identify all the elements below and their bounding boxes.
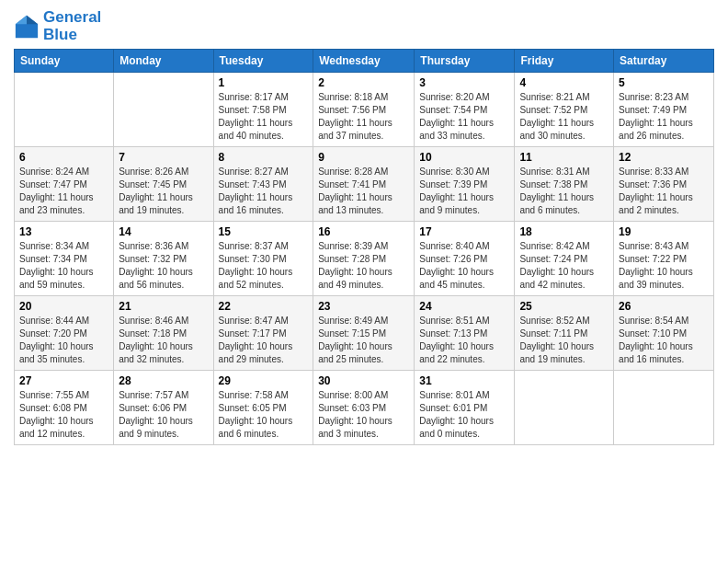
day-number: 13	[19, 225, 108, 238]
calendar-cell: 14Sunrise: 8:36 AMSunset: 7:32 PMDayligh…	[114, 222, 213, 296]
day-number: 6	[19, 151, 108, 164]
day-info: Sunrise: 8:43 AMSunset: 7:22 PMDaylight:…	[619, 240, 709, 292]
day-info: Sunrise: 8:49 AMSunset: 7:15 PMDaylight:…	[318, 315, 409, 366]
calendar-cell: 23Sunrise: 8:49 AMSunset: 7:15 PMDayligh…	[313, 296, 415, 371]
week-row-5: 27Sunrise: 7:55 AMSunset: 6:08 PMDayligh…	[15, 371, 714, 445]
day-number: 27	[19, 374, 108, 387]
day-number: 18	[519, 225, 609, 238]
day-number: 17	[419, 225, 509, 238]
day-number: 23	[318, 300, 409, 313]
calendar-cell: 8Sunrise: 8:27 AMSunset: 7:43 PMDaylight…	[213, 147, 313, 222]
week-row-4: 20Sunrise: 8:44 AMSunset: 7:20 PMDayligh…	[15, 296, 714, 371]
calendar-cell: 31Sunrise: 8:01 AMSunset: 6:01 PMDayligh…	[415, 371, 515, 445]
calendar-cell: 17Sunrise: 8:40 AMSunset: 7:26 PMDayligh…	[415, 222, 515, 296]
calendar-cell: 4Sunrise: 8:21 AMSunset: 7:52 PMDaylight…	[515, 73, 614, 147]
svg-marker-1	[27, 16, 38, 24]
calendar-cell: 16Sunrise: 8:39 AMSunset: 7:28 PMDayligh…	[313, 222, 415, 296]
day-info: Sunrise: 8:34 AMSunset: 7:34 PMDaylight:…	[19, 240, 108, 292]
day-number: 20	[19, 300, 108, 313]
calendar-cell: 13Sunrise: 8:34 AMSunset: 7:34 PMDayligh…	[15, 222, 114, 296]
day-number: 30	[318, 374, 409, 387]
day-info: Sunrise: 8:21 AMSunset: 7:52 PMDaylight:…	[519, 91, 609, 143]
day-info: Sunrise: 8:52 AMSunset: 7:11 PMDaylight:…	[519, 315, 609, 366]
calendar-cell	[515, 371, 614, 445]
day-number: 24	[419, 300, 509, 313]
week-row-1: 1Sunrise: 8:17 AMSunset: 7:58 PMDaylight…	[15, 73, 714, 147]
weekday-header-sunday: Sunday	[15, 50, 114, 73]
weekday-header-saturday: Saturday	[614, 50, 714, 73]
weekday-header-tuesday: Tuesday	[213, 50, 313, 73]
calendar-cell: 9Sunrise: 8:28 AMSunset: 7:41 PMDaylight…	[313, 147, 415, 222]
logo-text: General Blue	[43, 9, 101, 43]
day-number: 29	[219, 374, 309, 387]
day-number: 16	[318, 225, 409, 238]
logo-icon	[14, 14, 40, 40]
calendar-cell: 6Sunrise: 8:24 AMSunset: 7:47 PMDaylight…	[15, 147, 114, 222]
calendar-cell	[15, 73, 114, 147]
day-number: 3	[419, 76, 509, 89]
page-container: General Blue SundayMondayTuesdayWednesda…	[0, 0, 728, 454]
day-number: 9	[318, 151, 409, 164]
day-info: Sunrise: 8:23 AMSunset: 7:49 PMDaylight:…	[619, 91, 709, 143]
day-info: Sunrise: 8:47 AMSunset: 7:17 PMDaylight:…	[219, 315, 309, 366]
day-info: Sunrise: 8:30 AMSunset: 7:39 PMDaylight:…	[419, 166, 509, 217]
calendar-cell: 20Sunrise: 8:44 AMSunset: 7:20 PMDayligh…	[15, 296, 114, 371]
header: General Blue	[14, 9, 714, 43]
day-info: Sunrise: 7:55 AMSunset: 6:08 PMDaylight:…	[19, 389, 108, 441]
day-info: Sunrise: 8:40 AMSunset: 7:26 PMDaylight:…	[419, 240, 509, 292]
day-info: Sunrise: 7:57 AMSunset: 6:06 PMDaylight:…	[119, 389, 208, 441]
day-info: Sunrise: 8:36 AMSunset: 7:32 PMDaylight:…	[119, 240, 208, 292]
day-number: 31	[419, 374, 509, 387]
weekday-header-wednesday: Wednesday	[313, 50, 415, 73]
day-number: 21	[119, 300, 208, 313]
weekday-header-row: SundayMondayTuesdayWednesdayThursdayFrid…	[15, 50, 714, 73]
calendar-cell: 26Sunrise: 8:54 AMSunset: 7:10 PMDayligh…	[614, 296, 714, 371]
weekday-header-monday: Monday	[114, 50, 213, 73]
day-number: 4	[519, 76, 609, 89]
day-number: 7	[119, 151, 208, 164]
day-number: 14	[119, 225, 208, 238]
logo: General Blue	[14, 9, 101, 43]
day-info: Sunrise: 7:58 AMSunset: 6:05 PMDaylight:…	[219, 389, 309, 441]
day-info: Sunrise: 8:37 AMSunset: 7:30 PMDaylight:…	[219, 240, 309, 292]
calendar-cell: 29Sunrise: 7:58 AMSunset: 6:05 PMDayligh…	[213, 371, 313, 445]
day-info: Sunrise: 8:17 AMSunset: 7:58 PMDaylight:…	[219, 91, 309, 143]
day-number: 19	[619, 225, 709, 238]
calendar-cell: 2Sunrise: 8:18 AMSunset: 7:56 PMDaylight…	[313, 73, 415, 147]
day-info: Sunrise: 8:39 AMSunset: 7:28 PMDaylight:…	[318, 240, 409, 292]
day-info: Sunrise: 8:00 AMSunset: 6:03 PMDaylight:…	[318, 389, 409, 441]
week-row-3: 13Sunrise: 8:34 AMSunset: 7:34 PMDayligh…	[15, 222, 714, 296]
weekday-header-thursday: Thursday	[415, 50, 515, 73]
day-info: Sunrise: 8:27 AMSunset: 7:43 PMDaylight:…	[219, 166, 309, 217]
day-number: 2	[318, 76, 409, 89]
calendar-cell: 18Sunrise: 8:42 AMSunset: 7:24 PMDayligh…	[515, 222, 614, 296]
calendar-cell	[114, 73, 213, 147]
calendar-cell: 11Sunrise: 8:31 AMSunset: 7:38 PMDayligh…	[515, 147, 614, 222]
day-number: 8	[219, 151, 309, 164]
day-info: Sunrise: 8:28 AMSunset: 7:41 PMDaylight:…	[318, 166, 409, 217]
day-info: Sunrise: 8:51 AMSunset: 7:13 PMDaylight:…	[419, 315, 509, 366]
calendar-cell: 10Sunrise: 8:30 AMSunset: 7:39 PMDayligh…	[415, 147, 515, 222]
day-info: Sunrise: 8:24 AMSunset: 7:47 PMDaylight:…	[19, 166, 108, 217]
calendar-cell: 25Sunrise: 8:52 AMSunset: 7:11 PMDayligh…	[515, 296, 614, 371]
day-number: 12	[619, 151, 709, 164]
day-number: 10	[419, 151, 509, 164]
day-number: 22	[219, 300, 309, 313]
day-info: Sunrise: 8:01 AMSunset: 6:01 PMDaylight:…	[419, 389, 509, 441]
day-info: Sunrise: 8:18 AMSunset: 7:56 PMDaylight:…	[318, 91, 409, 143]
calendar-cell: 19Sunrise: 8:43 AMSunset: 7:22 PMDayligh…	[614, 222, 714, 296]
day-info: Sunrise: 8:54 AMSunset: 7:10 PMDaylight:…	[619, 315, 709, 366]
calendar-cell: 27Sunrise: 7:55 AMSunset: 6:08 PMDayligh…	[15, 371, 114, 445]
day-number: 15	[219, 225, 309, 238]
day-number: 1	[219, 76, 309, 89]
day-info: Sunrise: 8:31 AMSunset: 7:38 PMDaylight:…	[519, 166, 609, 217]
day-info: Sunrise: 8:33 AMSunset: 7:36 PMDaylight:…	[619, 166, 709, 217]
calendar-cell: 15Sunrise: 8:37 AMSunset: 7:30 PMDayligh…	[213, 222, 313, 296]
day-number: 28	[119, 374, 208, 387]
week-row-2: 6Sunrise: 8:24 AMSunset: 7:47 PMDaylight…	[15, 147, 714, 222]
calendar-table: SundayMondayTuesdayWednesdayThursdayFrid…	[14, 49, 714, 445]
calendar-cell: 30Sunrise: 8:00 AMSunset: 6:03 PMDayligh…	[313, 371, 415, 445]
calendar-cell: 1Sunrise: 8:17 AMSunset: 7:58 PMDaylight…	[213, 73, 313, 147]
calendar-cell: 22Sunrise: 8:47 AMSunset: 7:17 PMDayligh…	[213, 296, 313, 371]
day-number: 5	[619, 76, 709, 89]
